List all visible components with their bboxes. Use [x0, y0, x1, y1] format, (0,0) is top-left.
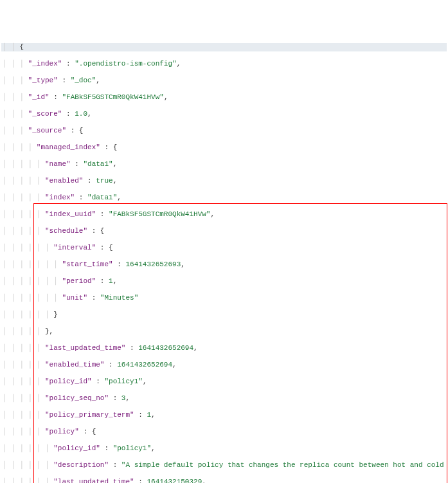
code-line: │ │ │ │ │ "index_uuid" : "FABkSF5GSTCmR0… — [1, 210, 447, 219]
code-line: │ │ │ │ │ "policy" : { — [1, 428, 447, 436]
code-line: │ │ │ │ │ "last_updated_time" : 16414326… — [1, 344, 447, 352]
code-line: │ │ │ │ │ │ │ "unit" : "Minutes" — [1, 294, 447, 302]
code-line: │ │ │ │ │ "policy_seq_no" : 3, — [1, 394, 447, 403]
code-line: │ │ │ "_id" : "FABkSF5GSTCmR0QkW41HVw", — [1, 93, 447, 102]
code-line: │ │ │ │ │ "schedule" : { — [1, 227, 447, 235]
code-line: │ │ │ │ │ "index" : "data1", — [1, 194, 447, 202]
code-line: │ │ │ │ │ "name" : "data1", — [1, 160, 447, 169]
code-line: │ │ │ │ │ "policy_id" : "policy1", — [1, 378, 447, 386]
code-line: │ │ │ │ "managed_index" : { — [1, 143, 447, 152]
code-line: │ │ │ │ │ │ "description" : "A simple de… — [1, 461, 447, 469]
code-line: │ │ │ │ │ │ "interval" : { — [1, 244, 447, 252]
code-line: │ │ { — [1, 43, 447, 51]
code-line: │ │ │ │ │ "enabled_time" : 1641432652694… — [1, 361, 447, 369]
code-line: │ │ │ │ │ │ │ "period" : 1, — [1, 277, 447, 286]
json-code-block: │ │ { │ │ │ "_index" : ".opendistro-ism-… — [1, 35, 447, 483]
code-line: │ │ │ │ │ │ "last_updated_time" : 164143… — [1, 478, 447, 483]
code-line: │ │ │ │ │ │ "policy_id" : "policy1", — [1, 444, 447, 453]
code-line: │ │ │ │ │ │ │ "start_time" : 16414326526… — [1, 260, 447, 269]
code-line: │ │ │ "_score" : 1.0, — [1, 110, 447, 118]
code-line: │ │ │ "_index" : ".opendistro-ism-config… — [1, 60, 447, 68]
code-line: │ │ │ │ │ │ } — [1, 311, 447, 319]
code-line: │ │ │ │ │ "policy_primary_term" : 1, — [1, 411, 447, 419]
code-line: │ │ │ │ │ }, — [1, 327, 447, 336]
code-line: │ │ │ "_source" : { — [1, 127, 447, 135]
code-line: │ │ │ │ │ "enabled" : true, — [1, 177, 447, 185]
code-line: │ │ │ "_type" : "_doc", — [1, 77, 447, 85]
